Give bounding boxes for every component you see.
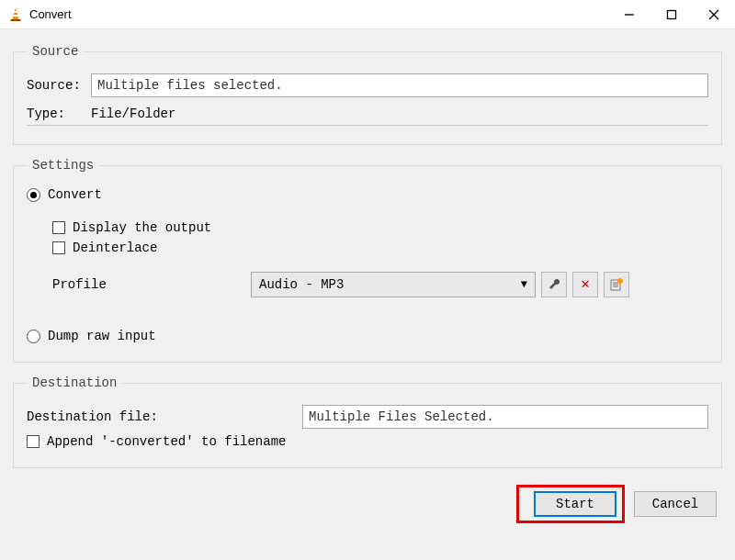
dialog-footer: Start Cancel <box>13 481 722 523</box>
destination-legend: Destination <box>27 375 122 390</box>
dump-raw-row[interactable]: Dump raw input <box>27 329 708 343</box>
svg-rect-2 <box>13 15 18 17</box>
deinterlace-row[interactable]: Deinterlace <box>52 241 708 255</box>
delete-x-icon: ✕ <box>581 277 590 292</box>
titlebar: Convert <box>0 0 735 29</box>
source-legend: Source <box>27 44 84 59</box>
svg-rect-5 <box>668 10 676 18</box>
dump-raw-label: Dump raw input <box>48 329 156 343</box>
append-converted-row[interactable]: Append '-converted' to filename <box>27 434 708 449</box>
svg-marker-0 <box>13 7 19 19</box>
minimize-button[interactable] <box>608 0 650 29</box>
svg-rect-1 <box>14 11 17 13</box>
start-button-highlight: Start <box>516 485 625 523</box>
window-title: Convert <box>29 7 72 21</box>
new-profile-icon <box>609 277 624 292</box>
cancel-button[interactable]: Cancel <box>634 491 717 517</box>
append-converted-label: Append '-converted' to filename <box>47 434 286 449</box>
convert-radio-row[interactable]: Convert <box>27 187 708 202</box>
maximize-button[interactable] <box>650 0 693 29</box>
type-label: Type: <box>27 106 91 121</box>
convert-label: Convert <box>48 187 102 202</box>
type-value: File/Folder <box>91 106 175 121</box>
settings-group: Settings Convert Display the output Dein… <box>13 158 722 363</box>
chevron-down-icon: ▼ <box>521 278 527 291</box>
maximize-icon <box>666 9 677 20</box>
start-button[interactable]: Start <box>534 491 616 517</box>
minimize-icon <box>624 9 635 20</box>
deinterlace-label: Deinterlace <box>73 241 157 255</box>
profile-label: Profile <box>52 277 251 292</box>
wrench-icon <box>547 277 561 292</box>
source-group: Source Source: Multiple files selected. … <box>13 44 722 145</box>
dump-raw-radio[interactable] <box>27 330 40 343</box>
profile-selected: Audio - MP3 <box>259 277 344 292</box>
display-output-checkbox[interactable] <box>52 221 65 234</box>
convert-radio[interactable] <box>27 188 40 202</box>
destination-file-label: Destination file: <box>27 409 302 424</box>
delete-profile-button[interactable]: ✕ <box>572 272 598 297</box>
edit-profile-button[interactable] <box>541 272 567 297</box>
vlc-cone-icon <box>7 6 24 23</box>
source-input[interactable]: Multiple files selected. <box>91 73 708 97</box>
destination-group: Destination Destination file: Multiple F… <box>13 375 722 468</box>
svg-rect-3 <box>11 19 21 21</box>
source-label: Source: <box>27 78 91 93</box>
deinterlace-checkbox[interactable] <box>52 241 65 254</box>
display-output-row[interactable]: Display the output <box>52 220 708 235</box>
profile-combobox[interactable]: Audio - MP3 ▼ <box>251 272 536 297</box>
display-output-label: Display the output <box>73 220 211 235</box>
close-button[interactable] <box>693 0 735 29</box>
destination-file-input[interactable]: Multiple Files Selected. <box>302 405 708 429</box>
close-icon <box>708 9 719 20</box>
new-profile-button[interactable] <box>604 272 629 297</box>
settings-legend: Settings <box>27 158 99 173</box>
svg-point-12 <box>617 278 623 284</box>
append-converted-checkbox[interactable] <box>27 435 40 448</box>
